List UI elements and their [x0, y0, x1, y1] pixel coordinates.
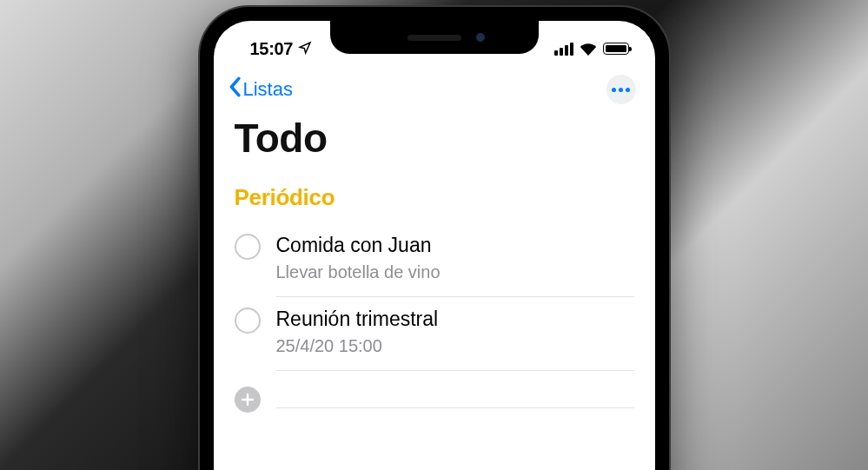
reminder-complete-radio[interactable]	[235, 308, 261, 334]
reminder-body: Comida con Juan Llevar botella de vino	[276, 232, 634, 297]
more-button[interactable]	[606, 75, 636, 104]
phone-frame: 15:07	[200, 7, 669, 470]
reminder-item[interactable]: Reunión trimestral 25/4/20 15:00	[214, 297, 655, 371]
nav-bar: Listas	[214, 64, 655, 111]
battery-icon	[603, 43, 629, 55]
section-header: Periódico	[214, 179, 655, 223]
divider	[276, 391, 634, 408]
reminder-item[interactable]: Comida con Juan Llevar botella de vino	[214, 223, 655, 297]
reminder-complete-radio[interactable]	[235, 234, 261, 260]
back-button[interactable]: Listas	[228, 76, 293, 103]
reminder-subtitle: Llevar botella de vino	[276, 261, 634, 284]
screen: 15:07	[214, 21, 655, 470]
reminder-title: Reunión trimestral	[276, 306, 634, 333]
location-icon	[298, 39, 312, 59]
reminder-subtitle: 25/4/20 15:00	[276, 334, 634, 358]
notch	[330, 21, 539, 54]
ellipsis-icon	[612, 88, 630, 92]
reminder-title: Comida con Juan	[276, 232, 634, 259]
add-reminder-row[interactable]	[214, 371, 655, 413]
status-left: 15:07	[250, 39, 313, 59]
status-time: 15:07	[250, 39, 294, 59]
chevron-left-icon	[228, 76, 242, 103]
add-icon[interactable]	[235, 387, 261, 413]
back-label: Listas	[243, 78, 293, 101]
wifi-icon	[580, 43, 597, 56]
cellular-signal-icon	[554, 43, 573, 56]
page-title: Todo	[214, 111, 655, 179]
reminder-body: Reunión trimestral 25/4/20 15:00	[276, 306, 634, 371]
status-right	[554, 43, 629, 56]
